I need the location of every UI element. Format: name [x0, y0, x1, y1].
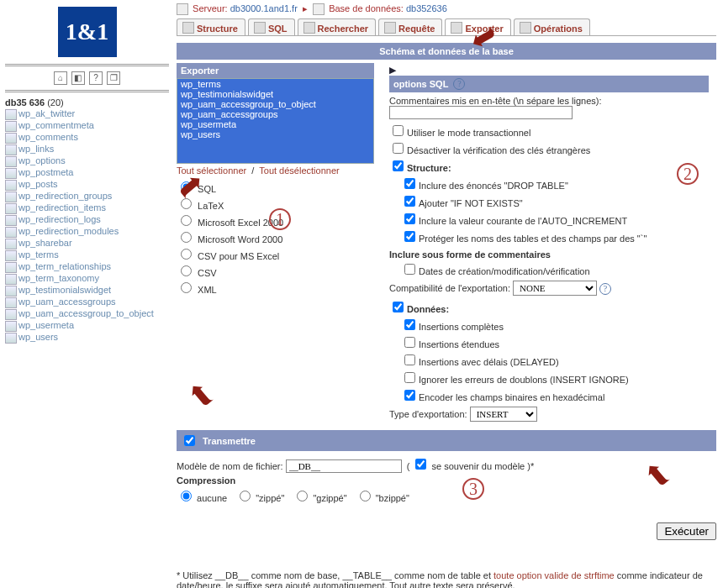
chk-if-not-exists[interactable] — [404, 196, 415, 207]
chk-backquote[interactable] — [404, 231, 415, 242]
sidebar-table[interactable]: wp_redirection_items — [5, 202, 169, 213]
docs-icon[interactable]: ❐ — [107, 71, 120, 85]
format-radio[interactable] — [181, 232, 192, 243]
breadcrumb: Serveur: db3000.1and1.fr ▸ Base de donné… — [177, 3, 716, 15]
select-links: Tout sélectionner / Tout désélectionner — [177, 165, 374, 176]
comments-label: Commentaires mis en en-tête (\n sépare l… — [389, 96, 709, 106]
comments-input[interactable] — [389, 106, 573, 119]
sidebar-table[interactable]: wp_comments — [5, 131, 169, 143]
home-icon[interactable]: ⌂ — [54, 71, 67, 85]
breadcrumb-db[interactable]: db352636 — [406, 3, 447, 13]
format-radio[interactable] — [181, 181, 192, 192]
db-name: db35 636 — [5, 97, 45, 108]
sidebar-table[interactable]: wp_ak_twitter — [5, 108, 169, 119]
sidebar-table[interactable]: wp_redirection_groups — [5, 190, 169, 202]
compression-radios: aucune "zippé" "gzippé" "bzippé" — [177, 488, 716, 503]
filename-template[interactable] — [286, 459, 402, 473]
sidebar-table[interactable]: wp_redirection_modules — [5, 225, 169, 237]
compress-radio[interactable] — [181, 491, 192, 501]
sidebar-toolbar: ⌂ ◧ ? ❐ — [5, 71, 169, 85]
tab-icon — [182, 22, 194, 34]
sidebar-table[interactable]: wp_posts — [5, 178, 169, 190]
select-all[interactable]: Tout sélectionner — [177, 165, 246, 176]
sqlopts-header: options SQL ? — [389, 76, 709, 92]
compress-radio[interactable] — [297, 491, 308, 501]
table-option[interactable]: wp_terms — [177, 79, 373, 89]
main: Serveur: db3000.1and1.fr ▸ Base de donné… — [177, 3, 723, 588]
sidebar-table[interactable]: wp_term_taxonomy — [5, 272, 169, 284]
sidebar-table[interactable]: wp_postmeta — [5, 166, 169, 178]
chk-drop-table[interactable] — [404, 178, 415, 189]
chk-disable-fk[interactable] — [393, 143, 404, 154]
tab-icon — [303, 22, 315, 34]
divider — [5, 90, 169, 92]
format-radios: SQL LaTeX Microsoft Excel 2000 Microsoft… — [177, 179, 374, 295]
sidebar-table[interactable]: wp_options — [5, 155, 169, 166]
chk-data[interactable] — [393, 302, 404, 312]
sidebar-table[interactable]: wp_redirection_logs — [5, 213, 169, 225]
tabs: StructureSQLRechercherRequêteExporterOpé… — [177, 18, 716, 36]
table-option[interactable]: wp_usermeta — [177, 119, 373, 129]
breadcrumb-server[interactable]: db3000.1and1.fr — [230, 3, 298, 13]
chk-remember-template[interactable] — [415, 459, 426, 470]
sidebar-table[interactable]: wp_uam_accessgroup_to_object — [5, 307, 169, 319]
sidebar: 1&1 ⌂ ◧ ? ❐ db35 636 (20) wp_ak_twitterw… — [0, 0, 172, 349]
chk-ins-complete[interactable] — [404, 319, 415, 330]
collapse-icon[interactable]: ▶ — [389, 65, 396, 75]
tab-rechercher[interactable]: Rechercher — [298, 18, 377, 36]
tab-opérations[interactable]: Opérations — [514, 18, 590, 36]
chk-transmit[interactable] — [184, 435, 195, 446]
chk-ins-extended[interactable] — [404, 337, 415, 348]
table-option[interactable]: wp_uam_accessgroup_to_object — [177, 99, 373, 109]
sidebar-table[interactable]: wp_testimonialswidget — [5, 284, 169, 296]
table-list: wp_ak_twitterwp_commentmetawp_commentswp… — [5, 108, 169, 343]
deselect-all[interactable]: Tout désélectionner — [259, 165, 339, 176]
chk-hex-blob[interactable] — [404, 390, 415, 401]
chk-ins-ignore[interactable] — [404, 372, 415, 383]
tab-exporter[interactable]: Exporter — [445, 18, 510, 36]
db-header: db35 636 (20) — [5, 97, 169, 108]
compat-select[interactable]: NONE — [513, 281, 597, 296]
table-option[interactable]: wp_users — [177, 129, 373, 139]
section-banner: Schéma et données de la base — [177, 43, 716, 60]
sidebar-table[interactable]: wp_usermeta — [5, 319, 169, 331]
brand-logo: 1&1 — [58, 7, 117, 57]
table-select[interactable]: wp_termswp_testimonialswidgetwp_uam_acce… — [177, 78, 374, 164]
chk-dates[interactable] — [404, 264, 415, 275]
db-icon — [313, 3, 325, 15]
compress-radio[interactable] — [360, 491, 371, 501]
sql-icon[interactable]: ◧ — [71, 71, 85, 85]
sidebar-table[interactable]: wp_term_relationships — [5, 260, 169, 272]
server-icon — [177, 3, 188, 15]
compress-radio[interactable] — [240, 491, 251, 501]
help-icon[interactable]: ? — [599, 283, 611, 295]
chk-structure[interactable] — [393, 160, 404, 171]
chk-transactional[interactable] — [393, 125, 404, 136]
format-radio[interactable] — [181, 215, 192, 226]
tab-structure[interactable]: Structure — [177, 18, 245, 36]
table-option[interactable]: wp_uam_accessgroups — [177, 109, 373, 119]
footnote: * Utilisez __DB__ comme nom de base, __T… — [177, 540, 716, 588]
table-option[interactable]: wp_testimonialswidget — [177, 89, 373, 99]
help-icon[interactable]: ? — [89, 71, 103, 85]
tab-icon — [451, 22, 462, 34]
format-radio[interactable] — [181, 249, 192, 260]
format-radio[interactable] — [181, 265, 192, 276]
export-header: Exporter — [177, 63, 374, 78]
format-radio[interactable] — [181, 198, 192, 209]
help-icon[interactable]: ? — [453, 78, 465, 90]
sidebar-table[interactable]: wp_terms — [5, 249, 169, 260]
tab-sql[interactable]: SQL — [248, 18, 295, 36]
divider — [5, 64, 169, 66]
sidebar-table[interactable]: wp_commentmeta — [5, 119, 169, 131]
sidebar-table[interactable]: wp_uam_accessgroups — [5, 296, 169, 307]
format-radio[interactable] — [181, 282, 192, 293]
sidebar-table[interactable]: wp_links — [5, 143, 169, 155]
execute-button[interactable]: Exécuter — [657, 522, 716, 540]
sidebar-table[interactable]: wp_sharebar — [5, 237, 169, 249]
tab-requête[interactable]: Requête — [378, 18, 442, 36]
chk-ins-delayed[interactable] — [404, 354, 415, 365]
export-type-select[interactable]: INSERT — [470, 407, 537, 422]
sidebar-table[interactable]: wp_users — [5, 331, 169, 343]
chk-auto-inc[interactable] — [404, 213, 415, 224]
